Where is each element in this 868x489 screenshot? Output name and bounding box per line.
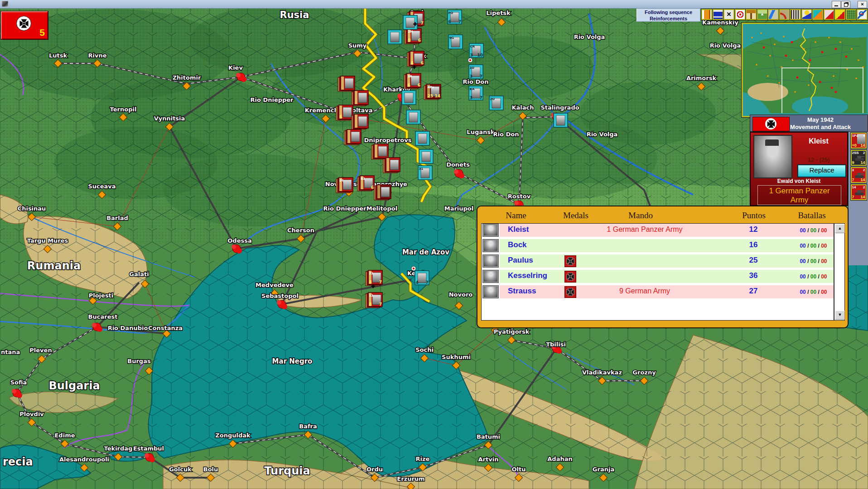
commander-name-cell: Strauss [508,287,536,296]
scroll-up-button[interactable]: ▲ [835,224,845,233]
flags-yellow-icon[interactable] [834,9,845,20]
unit-counter-soviet[interactable]: KA37 [469,86,483,100]
points-cell: 16 [726,240,781,249]
map-label: Vladikavkaz [582,369,622,376]
minimap-icon[interactable] [846,9,857,20]
unit-counter-german[interactable] [374,185,391,200]
unit-counter-german[interactable]: 1187 [366,292,382,308]
unit-counter-soviet[interactable]: 9G [448,35,463,49]
unit-counter-soviet[interactable]: 47 [415,271,429,285]
army-unit-counter[interactable]: 1Pz4+014 [851,133,867,149]
commander-row[interactable]: Paulus 25 00 / 00 / 00 [482,254,834,270]
minimize-button[interactable] [832,1,841,8]
turn-header: May 1942 Movement and Attack [750,115,868,132]
unit-counter-soviet[interactable] [402,91,416,105]
svg-text:4Pz: 4Pz [428,86,434,89]
restore-button[interactable] [841,1,850,8]
svg-text:10: 10 [477,53,483,58]
army-unit-counter[interactable]: 142714 [851,184,867,200]
svg-text:31: 31 [419,167,424,171]
unit-counter-german[interactable] [383,158,400,173]
contrast-icon[interactable] [812,9,823,20]
map-label: Lugansk [467,129,495,135]
unit-counter-soviet[interactable] [554,113,568,127]
commander-row[interactable]: Strauss 9 German Army 27 00 / 00 / 00 [482,285,834,301]
rivers-icon[interactable] [768,9,779,20]
side-flag-button[interactable]: 5 [1,11,48,39]
svg-text:6: 6 [340,115,342,119]
objectives-icon[interactable] [735,9,746,20]
unit-counter-soviet[interactable]: CR310 [469,43,483,58]
unit-counter-soviet[interactable] [406,110,420,124]
unit-counter-german[interactable] [352,114,368,129]
railroads-icon[interactable] [790,9,801,20]
map-label: Plojesti [89,292,114,299]
column-header-batallas: Batallas [798,211,825,221]
map-label: Donets [446,161,470,168]
status-panel: May 1942 Movement and Attack Kleist 12 -… [750,115,868,206]
save-icon[interactable] [713,9,723,20]
unit-counter-german[interactable]: 2H96 [405,29,421,44]
commander-row[interactable]: Kleist 1 German Panzer Army 12 00 / 00 /… [482,224,834,239]
unit-counter-soviet[interactable] [419,149,433,163]
commander-row[interactable]: Kesselring 36 00 / 00 / 00 [482,270,834,285]
terrain-icon[interactable]: ▲ [757,9,768,20]
toolbar: ✕▲ [701,9,868,21]
map-label: Rusia [280,10,309,20]
svg-text:1U: 1U [470,66,475,70]
commander-name: Kleist [791,137,846,145]
map-label: Pleven [29,347,52,354]
sequence-line-2: Reinforcements [637,15,700,22]
unit-counter-german[interactable] [344,129,361,145]
svg-text:9: 9 [408,38,411,43]
map-label: Tekirdag [104,445,133,452]
unit-counter-soviet[interactable]: 31 [418,166,432,180]
unit-counter-german[interactable]: DI [336,177,353,193]
signpost-icon[interactable] [746,9,757,20]
replace-button[interactable]: Replace [797,164,846,177]
roads-icon[interactable] [779,9,790,20]
battles-cell: 00 / 00 / 00 [781,258,834,264]
army-unit-counter[interactable]: 2SS2914 [851,150,867,166]
commander-name-cell: Paulus [508,256,533,265]
zoom-icon[interactable] [857,9,868,20]
unit-counter-german[interactable] [338,76,355,91]
svg-text:01: 01 [361,177,366,181]
unit-counter-german[interactable] [371,144,388,159]
table-scrollbar[interactable]: ▲ ▼ [834,223,845,321]
command-cell: 1 German Panzer Army [581,225,708,234]
map-label: Rio Volga [587,131,618,138]
scroll-down-button[interactable]: ▼ [835,311,845,320]
minimap[interactable] [742,23,868,117]
unit-counter-soviet[interactable]: FO67 [448,10,462,24]
unit-counter-german[interactable]: 6 [336,105,353,120]
airborne-icon[interactable] [801,9,812,20]
svg-text:✚: ✚ [412,64,416,70]
map-label: Barlad [106,215,128,221]
unit-counter-german[interactable] [352,91,368,106]
svg-text:7: 7 [379,280,382,284]
game-window: RusiaRumaniaBulgariaTurquiareciaMar Negr… [0,0,868,489]
flags-red-icon[interactable] [824,9,834,20]
unit-counter-soviet[interactable]: 2U [489,96,503,110]
svg-text:3: 3 [470,96,473,100]
unit-counter-german[interactable]: 4Pz2514 [424,84,441,100]
unit-counter-soviet[interactable] [415,131,429,145]
unit-counter-soviet[interactable]: 1U37 [469,65,483,79]
svg-text:14: 14 [434,94,440,98]
map-label: Chisinau [18,205,46,212]
exit-icon[interactable] [701,9,712,20]
unit-counter-soviet[interactable] [388,30,402,44]
unit-counter-german[interactable]: 3R66 [404,73,421,89]
map-label: Bulgaria [48,379,100,392]
unit-counter-german[interactable]: 016 [357,176,374,191]
army-unit-counter[interactable]: 32714 [851,167,867,183]
svg-text:✚: ✚ [413,21,417,27]
svg-text:2U: 2U [490,97,495,101]
commander-row[interactable]: Bock 16 00 / 00 / 00 [482,239,834,254]
map-label: Targu Mures [27,237,68,244]
map-label: Rio Dniepper [323,205,366,212]
close-button[interactable]: × [858,1,867,8]
remove-unit-icon[interactable]: ✕ [723,9,734,20]
map-label: Bucarest [88,313,118,320]
